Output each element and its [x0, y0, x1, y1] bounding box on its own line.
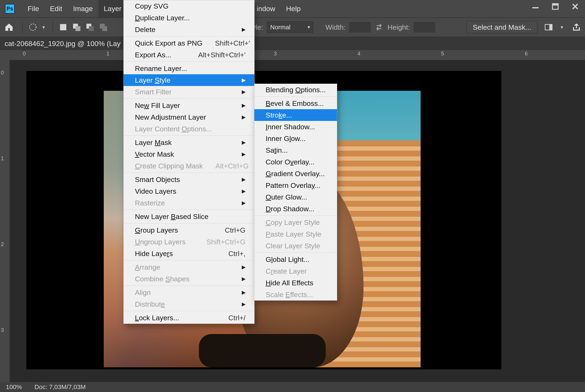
- style-menu-item-pattern-overlay[interactable]: Pattern Overlay...: [254, 180, 337, 191]
- divider: [22, 21, 22, 33]
- menu-item-label: Combine Shapes: [135, 275, 189, 282]
- style-menu-item-satin[interactable]: Satin...: [254, 144, 337, 156]
- layer-menu-item-duplicate-layer[interactable]: Duplicate Layer...: [124, 12, 254, 24]
- style-menu-item-gradient-overlay[interactable]: Gradient Overlay...: [254, 168, 337, 180]
- layer-menu-item-quick-export-as-png[interactable]: Quick Export as PNGShift+Ctrl+': [124, 37, 254, 49]
- menu-item-label: Hide Layers: [135, 250, 173, 257]
- style-menu-item-inner-shadow[interactable]: Inner Shadow...: [254, 121, 337, 132]
- style-menu-item-bevel-emboss[interactable]: Bevel & Emboss...: [254, 98, 337, 109]
- layer-menu-item-create-clipping-mask: Create Clipping MaskAlt+Ctrl+G: [124, 160, 254, 172]
- menu-item-label: Lock Layers...: [135, 314, 179, 321]
- status-docsize[interactable]: Doc: 7,03M/7,03M: [34, 384, 86, 390]
- menu-item-label: Bevel & Emboss...: [266, 100, 324, 107]
- layer-menu-item-rename-layer[interactable]: Rename Layer...: [124, 62, 254, 74]
- menu-help[interactable]: Help: [281, 0, 306, 17]
- style-menu-item-color-overlay[interactable]: Color Overlay...: [254, 156, 337, 168]
- layer-menu-item-delete[interactable]: Delete▶: [124, 24, 254, 35]
- home-icon[interactable]: [4, 22, 14, 32]
- height-input[interactable]: [414, 22, 435, 32]
- layer-menu-item-smart-objects[interactable]: Smart Objects▶: [124, 174, 254, 185]
- menu-window[interactable]: indow: [257, 0, 281, 17]
- menu-item-label: Outer Glow...: [266, 194, 307, 200]
- layer-menu-item-export-as[interactable]: Export As...Alt+Shift+Ctrl+': [124, 49, 254, 61]
- menu-item-label: Rasterize: [135, 199, 165, 206]
- menu-item-label: Copy Layer Style: [266, 219, 320, 226]
- ruler-horizontal[interactable]: 01234567: [10, 50, 585, 60]
- swap-dimensions-icon[interactable]: [374, 22, 384, 32]
- menu-item-label: Create Clipping Mask: [135, 162, 203, 170]
- marquee-ellipse-icon[interactable]: [28, 22, 38, 32]
- menu-layer[interactable]: Layer: [98, 0, 127, 17]
- menu-edit[interactable]: Edit: [44, 0, 68, 17]
- maximize-icon[interactable]: [545, 2, 565, 11]
- layer-menu-item-new-layer-based-slice[interactable]: New Layer Based Slice: [124, 211, 254, 222]
- menu-item-label: Stroke...: [266, 112, 292, 118]
- document-tab-title[interactable]: cat-2068462_1920.jpg @ 100% (Lay: [4, 40, 120, 48]
- layer-menu-item-copy-svg[interactable]: Copy SVG: [124, 0, 254, 12]
- menu-item-label: Smart Filter: [135, 88, 172, 96]
- layer-menu-item-new-adjustment-layer[interactable]: New Adjustment Layer▶: [124, 111, 254, 123]
- menu-item-label: Duplicate Layer...: [135, 14, 190, 21]
- layer-menu-item-new-fill-layer[interactable]: New Fill Layer▶: [124, 100, 254, 111]
- style-menu-item-hide-all-effects[interactable]: Hide All Effects: [254, 277, 337, 289]
- chevron-down-icon[interactable]: ▾: [561, 24, 563, 30]
- submenu-arrow-icon: ▶: [242, 27, 246, 32]
- select-and-mask-label: Select and Mask...: [473, 23, 531, 32]
- menu-separator: [124, 210, 254, 210]
- layer-menu-item-layer-style[interactable]: Layer Style▶: [124, 74, 254, 86]
- menu-item-label: Rename Layer...: [135, 65, 187, 72]
- ruler-vertical[interactable]: 01234: [0, 60, 10, 382]
- panel-toggle-icon[interactable]: [544, 22, 554, 32]
- share-icon[interactable]: [572, 22, 581, 32]
- width-input[interactable]: [349, 22, 371, 32]
- style-menu-item-blending-options[interactable]: Blending Options...: [254, 84, 337, 96]
- menu-item-label: Inner Shadow...: [266, 123, 315, 130]
- status-zoom[interactable]: 100%: [6, 384, 22, 390]
- document-tab-bar: cat-2068462_1920.jpg @ 100% (Lay: [0, 37, 585, 50]
- menu-file[interactable]: File: [22, 0, 44, 17]
- ruler-tick: 1: [106, 50, 109, 57]
- menu-item-shortcut: Shift+Ctrl+G: [206, 238, 246, 245]
- style-menu-item-drop-shadow[interactable]: Drop Shadow...: [254, 203, 337, 214]
- chevron-down-icon[interactable]: ▾: [42, 24, 45, 30]
- layer-menu-item-align: Align▶: [124, 286, 254, 298]
- menu-item-shortcut: Shift+Ctrl+': [215, 40, 250, 47]
- layer-menu-item-group-layers[interactable]: Group LayersCtrl+G: [124, 224, 254, 236]
- layer-menu-item-layer-mask[interactable]: Layer Mask▶: [124, 136, 254, 148]
- menu-item-label: New Fill Layer: [135, 102, 180, 109]
- menu-item-label: Export As...: [135, 51, 171, 58]
- layer-style-submenu: Blending Options...Bevel & Emboss...Stro…: [254, 84, 337, 300]
- menu-item-label: Arrange: [135, 264, 160, 271]
- divider: [52, 21, 53, 33]
- layer-menu-item-hide-layers[interactable]: Hide LayersCtrl+,: [124, 248, 254, 260]
- style-menu-item-inner-glow[interactable]: Inner Glow...: [254, 132, 337, 144]
- minimize-icon[interactable]: [525, 2, 545, 11]
- menu-image[interactable]: Image: [67, 0, 98, 17]
- layer-menu: Copy SVGDuplicate Layer...Delete▶Quick E…: [123, 0, 255, 324]
- layer-menu-item-video-layers[interactable]: Video Layers▶: [124, 185, 254, 197]
- menu-item-label: Pattern Overlay...: [266, 182, 320, 189]
- style-menu-item-stroke[interactable]: Stroke...: [254, 109, 337, 121]
- submenu-arrow-icon: ▶: [242, 152, 246, 157]
- style-menu-item-outer-glow[interactable]: Outer Glow...: [254, 191, 337, 203]
- menu-item-shortcut: Ctrl+,: [228, 250, 246, 257]
- layer-menu-item-lock-layers[interactable]: Lock Layers...Ctrl+/: [124, 312, 254, 324]
- style-select[interactable]: Normal ▾: [267, 21, 313, 33]
- selection-add-icon[interactable]: [72, 22, 81, 32]
- layer-menu-item-vector-mask[interactable]: Vector Mask▶: [124, 148, 254, 160]
- selection-intersect-icon[interactable]: [98, 22, 108, 32]
- close-icon[interactable]: [565, 2, 585, 11]
- ruler-tick: 1: [1, 155, 4, 162]
- menu-item-label: Smart Objects: [135, 176, 180, 183]
- menu-item-label: Vector Mask: [135, 150, 174, 158]
- selection-new-icon[interactable]: [58, 22, 68, 32]
- select-and-mask-button[interactable]: Select and Mask...: [466, 21, 538, 34]
- selection-subtract-icon[interactable]: [85, 22, 95, 32]
- menu-separator: [124, 223, 254, 224]
- menu-separator: [254, 96, 337, 97]
- style-menu-item-global-light[interactable]: Global Light...: [254, 254, 337, 265]
- menu-item-label: Align: [135, 289, 151, 296]
- menu-item-label: Drop Shadow...: [266, 205, 314, 212]
- menu-item-label: Layer Content Options...: [135, 125, 212, 132]
- style-menu-item-scale-effects: Scale Effects...: [254, 289, 337, 300]
